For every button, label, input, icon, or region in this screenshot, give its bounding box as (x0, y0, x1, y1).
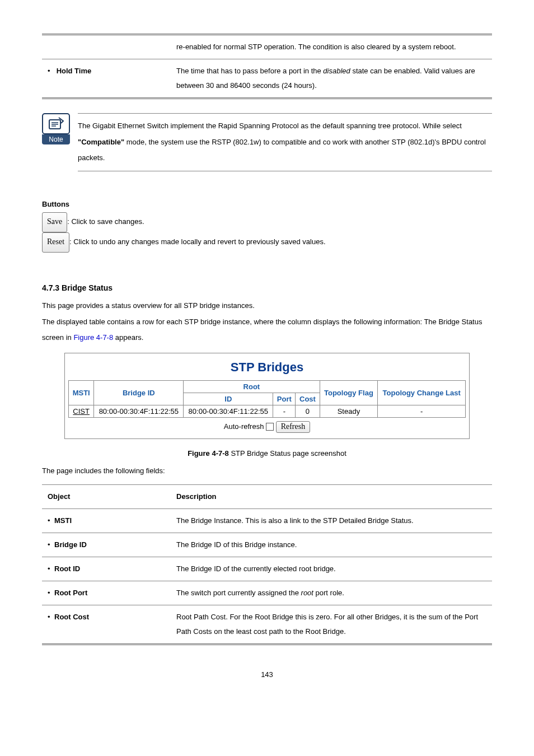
table-header-row: MSTI Bridge ID Root Topology Flag Topolo… (69, 380, 466, 393)
fields-table: Object Description •MSTI The Bridge Inst… (42, 484, 492, 645)
cell-cost: 0 (296, 405, 320, 417)
figure-caption-bold: Figure 4-7-8 (188, 449, 229, 458)
body2-b: appears. (113, 333, 143, 342)
r2-obj: Bridge ID (54, 540, 87, 549)
r1-obj: MSTI (54, 516, 72, 525)
th-msti: MSTI (69, 380, 94, 405)
empty-cell (42, 35, 171, 59)
note-icon (42, 113, 70, 134)
note-text-b: mode, the system use the RSTP (802.1w) t… (78, 138, 486, 162)
cist-link[interactable]: CIST (73, 407, 90, 416)
cell-port: - (273, 405, 296, 417)
th-id: ID (184, 393, 273, 405)
note-text-bold: "Compatible" (78, 138, 124, 146)
row2-desc: The time that has to pass before a port … (171, 59, 492, 99)
page-number: 143 (42, 670, 492, 679)
auto-refresh-checkbox[interactable] (266, 423, 274, 431)
r5-obj-cell: •Root Cost (42, 605, 171, 645)
row2-desc-em: disabled (323, 67, 350, 75)
note-text: The Gigabit Ethernet Switch implement th… (78, 113, 492, 171)
r4-desc-em: root (301, 589, 313, 597)
r1-obj-cell: •MSTI (42, 509, 171, 533)
note-row: Note The Gigabit Ethernet Switch impleme… (42, 113, 492, 171)
r3-obj: Root ID (54, 564, 80, 573)
th-root: Root (184, 380, 320, 393)
note-label: Note (42, 134, 70, 144)
th-topo-change: Topology Change Last (378, 380, 466, 405)
row2-desc-a: The time that has to pass before a port … (176, 67, 323, 75)
refresh-button[interactable]: Refresh (276, 421, 311, 433)
r1-desc: The Bridge Instance. This is also a link… (171, 509, 492, 533)
buttons-section: Buttons Save: Click to save changes. Res… (42, 197, 492, 253)
auto-refresh-row: Auto-refresh Refresh (68, 418, 466, 433)
note-badge: Note (42, 113, 70, 144)
cell-change: - (378, 405, 466, 417)
th-desc: Description (171, 485, 492, 509)
cell-bridge-id: 80:00-00:30:4F:11:22:55 (94, 405, 184, 417)
save-button[interactable]: Save (42, 212, 67, 232)
note-text-a: The Gigabit Ethernet Switch implement th… (78, 122, 462, 130)
figure-box: STP Bridges MSTI Bridge ID Root Topology… (64, 353, 470, 439)
save-desc: : Click to save changes. (67, 218, 144, 226)
auto-refresh-label: Auto-refresh (224, 422, 264, 431)
r3-obj-cell: •Root ID (42, 557, 171, 581)
th-bridge-id: Bridge ID (94, 380, 184, 405)
figure-link[interactable]: Figure 4-7-8 (73, 333, 113, 342)
body1: This page provides a status overview for… (42, 298, 492, 314)
figure-title: STP Bridges (68, 357, 466, 380)
r2-obj-cell: •Bridge ID (42, 533, 171, 557)
r5-desc: Root Path Cost. For the Root Bridge this… (171, 605, 492, 645)
th-port: Port (273, 393, 296, 405)
cell-msti[interactable]: CIST (69, 405, 94, 417)
cell-flag: Steady (320, 405, 378, 417)
reset-desc: : Click to undo any changes made locally… (69, 238, 325, 246)
top-params-table: re-enabled for normal STP operation. The… (42, 34, 492, 99)
figure-caption: Figure 4-7-8 STP Bridge Status page scre… (42, 449, 492, 458)
th-topo-flag: Topology Flag (320, 380, 378, 405)
th-cost: Cost (296, 393, 320, 405)
buttons-heading: Buttons (42, 197, 492, 213)
figure-caption-text: STP Bridge Status page screenshot (229, 449, 346, 458)
r5-obj: Root Cost (54, 613, 89, 621)
table-row: CIST 80:00-00:30:4F:11:22:55 80:00-00:30… (69, 405, 466, 417)
r4-obj-cell: •Root Port (42, 581, 171, 605)
stp-table: MSTI Bridge ID Root Topology Flag Topolo… (68, 380, 466, 418)
row1-desc: re-enabled for normal STP operation. The… (171, 35, 492, 59)
r3-desc: The Bridge ID of the currently elected r… (171, 557, 492, 581)
row2-label-cell: • Hold Time (42, 59, 171, 99)
th-object: Object (42, 485, 171, 509)
r2-desc: The Bridge ID of this Bridge instance. (171, 533, 492, 557)
r4-obj: Root Port (54, 589, 87, 597)
body-text: This page provides a status overview for… (42, 298, 492, 346)
row2-label: Hold Time (57, 67, 92, 75)
cell-root-id: 80:00-00:30:4F:11:22:55 (184, 405, 273, 417)
section-heading: 4.7.3 Bridge Status (42, 283, 492, 292)
reset-button[interactable]: Reset (42, 232, 69, 253)
fields-intro: The page includes the following fields: (42, 463, 492, 479)
r4-desc-a: The switch port currently assigned the (176, 589, 301, 597)
r4-desc: The switch port currently assigned the r… (171, 581, 492, 605)
r4-desc-b: port role. (313, 589, 344, 597)
